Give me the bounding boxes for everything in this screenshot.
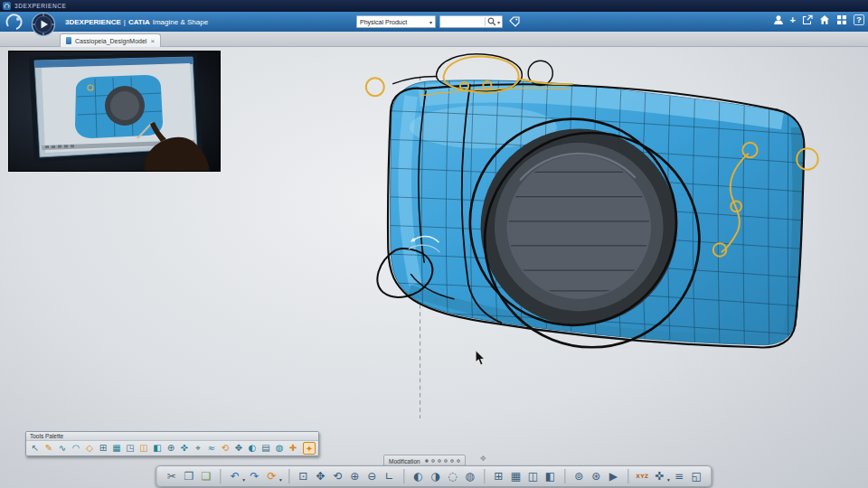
update-caret-icon[interactable]: ▾ (279, 477, 282, 483)
dock-separator (627, 469, 628, 483)
dock-group: ⊚⊛▶ (571, 468, 621, 484)
globe-icon[interactable]: ⊚ (571, 468, 587, 484)
close-icon[interactable]: × (150, 37, 155, 45)
carousel-dot[interactable] (425, 459, 429, 463)
dock-separator (564, 469, 565, 483)
shading-edges-icon[interactable]: ◑ (428, 468, 443, 484)
user-icon[interactable] (773, 14, 784, 25)
shading-icon[interactable]: ◐ (410, 468, 426, 484)
extrude-icon[interactable]: ◫ (137, 442, 150, 455)
compass-tool-icon[interactable]: ✜ (652, 468, 667, 484)
rotate-view-icon[interactable]: ⟲ (330, 468, 345, 484)
tab-bar: Cassiopeia_DesignModel × (0, 32, 868, 47)
cut-face-icon[interactable]: ◳ (124, 442, 137, 455)
work-plane-icon[interactable]: ◫ (525, 468, 541, 484)
dock-group: ↶▾↷⟳▾ (227, 468, 282, 484)
dock-separator (288, 469, 289, 483)
curve-wave-icon[interactable]: ∿ (56, 442, 69, 455)
sphere-mode-icon[interactable]: ◍ (273, 442, 286, 455)
app-grid-icon[interactable] (836, 14, 847, 25)
align-icon[interactable]: ✜ (178, 442, 191, 455)
context-dropdown[interactable]: Physical Product ▾ (356, 15, 436, 28)
subdivide-icon[interactable]: ⊞ (97, 442, 109, 455)
dock-group: ◐◑◌◍ (410, 468, 477, 484)
select-icon[interactable]: ↖ (29, 442, 42, 455)
app-name-bold: CATIA (128, 18, 150, 26)
panel-icon[interactable]: ▤ (259, 442, 272, 455)
tools-palette: Tools Palette ↖✎∿◠◇⊞▦◳◫◧⊕✜⌖≈⟲✥◐▤◍✚✦ (25, 431, 319, 456)
viewport-3d[interactable]: Tools Palette ↖✎∿◠◇⊞▦◳◫◧⊕✜⌖≈⟲✥◐▤◍✚✦ Modi… (0, 46, 868, 488)
pan-icon[interactable]: ✥ (313, 468, 328, 484)
app-name-suffix: Imagine & Shape (153, 18, 208, 26)
corner-resize-icon[interactable]: ◱ (689, 468, 704, 484)
chevron-down-icon: ▾ (429, 19, 432, 25)
face-icon[interactable]: ◇ (83, 442, 96, 455)
shade-half-icon[interactable]: ◐ (246, 442, 259, 455)
grid-icon[interactable]: ⊞ (491, 468, 506, 484)
share-view-icon[interactable]: ⊛ (589, 468, 604, 484)
search-scope-caret[interactable]: ▾ (497, 19, 500, 25)
search-box[interactable]: ▾ (439, 15, 503, 28)
dock-separator (484, 469, 485, 483)
title-separator: | (124, 18, 126, 26)
section-icon[interactable]: ◧ (542, 468, 558, 484)
modification-dots (425, 459, 460, 463)
action-dock-groups: ✂❐❏↶▾↷⟳▾⊡✥⟲⊕⊖∟◐◑◌◍⊞▦◫◧⊚⊛▶XYZ✜▾≡◱ (164, 468, 703, 484)
symmetry-icon[interactable]: ✥ (232, 442, 245, 455)
search-input[interactable] (442, 17, 483, 26)
hidden-line-icon[interactable]: ◍ (462, 468, 477, 484)
search-icon[interactable] (487, 17, 496, 26)
move-handle-icon[interactable]: ✥ (480, 455, 486, 463)
arc-icon[interactable]: ◠ (70, 442, 82, 455)
zoom-in-icon[interactable]: ⊕ (347, 468, 363, 484)
tools-palette-title[interactable]: Tools Palette (26, 432, 318, 441)
redo-icon[interactable]: ↷ (247, 468, 262, 484)
3ds-logo[interactable] (5, 14, 24, 30)
compass-tool-caret-icon[interactable]: ▾ (667, 477, 670, 483)
header-icon-cluster: + ? (773, 14, 864, 25)
revolve-icon[interactable]: ⟲ (219, 442, 231, 455)
smooth-icon[interactable]: ≈ (205, 442, 218, 455)
dock-separator (403, 469, 404, 483)
target-snap-icon[interactable]: ⌖ (192, 442, 204, 455)
fit-all-icon[interactable]: ⊡ (296, 468, 311, 484)
camera-lens[interactable] (481, 128, 677, 324)
carousel-dot[interactable] (450, 459, 454, 463)
add-icon[interactable]: + (790, 14, 796, 25)
undo-caret-icon[interactable]: ▾ (242, 477, 245, 483)
weld-icon[interactable]: ⊕ (165, 442, 177, 455)
context-value: Physical Product (360, 19, 407, 25)
play-icon[interactable]: ▶ (606, 468, 621, 484)
top-bar: 3DEXPERIENCE | CATIA Imagine & Shape Phy… (0, 12, 868, 32)
home-icon[interactable] (819, 14, 830, 25)
zoom-out-icon[interactable]: ⊖ (364, 468, 380, 484)
share-icon[interactable] (802, 14, 813, 25)
help-icon[interactable]: ? (854, 14, 864, 25)
tab-label: Cassiopeia_DesignModel (75, 38, 146, 44)
compass-navigation[interactable] (31, 12, 56, 37)
tag-icon[interactable] (509, 16, 520, 27)
3ds-mini-logo (3, 2, 11, 10)
snap-icon[interactable]: ▦ (508, 468, 524, 484)
dock-group: ⊞▦◫◧ (491, 468, 558, 484)
carousel-dot[interactable] (444, 459, 448, 463)
copy-icon[interactable]: ❐ (181, 468, 196, 484)
modification-label: Modification (389, 458, 420, 465)
carousel-dot[interactable] (431, 459, 435, 463)
normal-view-icon[interactable]: ∟ (382, 468, 397, 484)
cut-icon[interactable]: ✂ (164, 468, 179, 484)
update-icon[interactable]: ⟳ (264, 468, 279, 484)
mesh-icon[interactable]: ▦ (110, 442, 123, 455)
carousel-dot[interactable] (457, 459, 460, 463)
settings-list-icon[interactable]: ≡ (672, 468, 687, 484)
split-icon[interactable]: ◧ (151, 442, 164, 455)
carousel-dot[interactable] (438, 459, 441, 463)
paste-icon[interactable]: ❏ (198, 468, 213, 484)
undo-icon[interactable]: ↶ (227, 468, 242, 484)
axis-system-icon[interactable]: XYZ (635, 468, 650, 484)
wireframe-icon[interactable]: ◌ (445, 468, 460, 484)
tab-cassiopeia-designmodel[interactable]: Cassiopeia_DesignModel × (60, 33, 161, 47)
add-point-icon[interactable]: ✚ (287, 442, 299, 455)
modification-active-icon[interactable]: ✦ (303, 442, 316, 455)
sketch-curve-icon[interactable]: ✎ (42, 442, 55, 455)
